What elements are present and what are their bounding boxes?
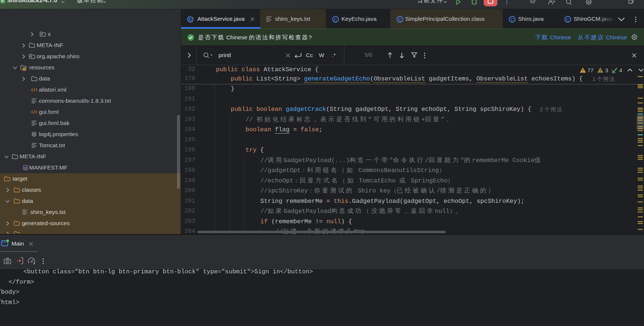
svg-text:C: C: [566, 17, 569, 22]
svg-text:M: M: [24, 166, 27, 170]
svg-text:C: C: [398, 17, 401, 22]
svg-text:C: C: [334, 17, 337, 22]
svg-text:C: C: [511, 17, 514, 22]
